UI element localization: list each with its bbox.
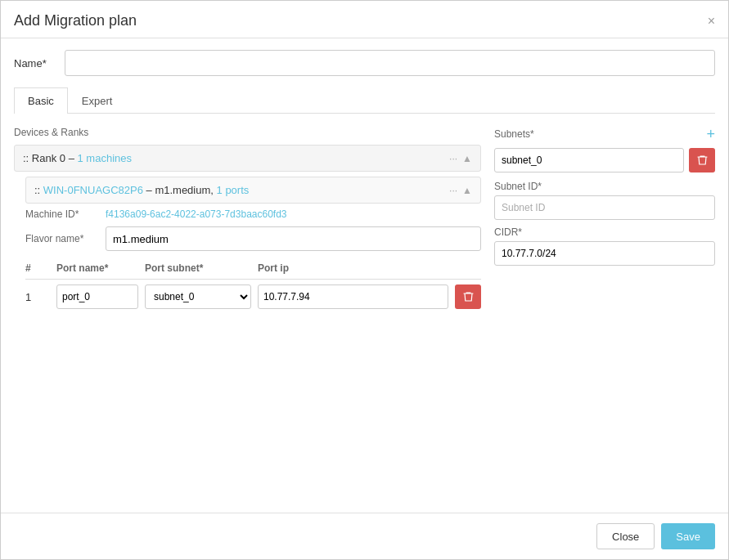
name-label: Name* [14, 57, 55, 69]
cidr-input[interactable] [494, 241, 715, 266]
close-icon[interactable]: × [708, 15, 715, 28]
modal-header: Add Migration plan × [1, 1, 728, 38]
modal-body: Name* Basic Expert Devices & Ranks :: Ra… [1, 38, 728, 513]
rank-dots-icon[interactable]: ··· [449, 153, 457, 164]
machine-id-row: Machine ID* f4136a09-6ac2-4022-a073-7d3b… [25, 208, 481, 220]
cidr-row: CIDR* [494, 226, 715, 266]
name-input[interactable] [65, 50, 715, 76]
machine-controls: ··· ▲ [449, 185, 472, 196]
port-name-input[interactable] [56, 284, 138, 309]
subnet-id-row: Subnet ID* [494, 181, 715, 220]
flavor-row: Flavor name* [25, 226, 481, 251]
machine-chevron-icon[interactable]: ▲ [462, 185, 472, 196]
subnet-item-row [494, 148, 715, 172]
modal-title: Add Migration plan [14, 12, 137, 29]
flavor-input[interactable] [106, 226, 481, 251]
rank-label: :: Rank 0 – 1 machines [23, 152, 132, 164]
save-button[interactable]: Save [661, 523, 715, 549]
subnet-name-input[interactable] [494, 148, 684, 172]
devices-ranks-label: Devices & Ranks [14, 127, 481, 138]
tab-expert[interactable]: Expert [68, 87, 127, 114]
col-header-num: # [25, 262, 50, 274]
port-row: 1 subnet_0 [25, 280, 481, 314]
subnet-delete-button[interactable] [689, 148, 715, 172]
cidr-label: CIDR* [494, 226, 715, 238]
ports-table: # Port name* Port subnet* Port ip 1 subn… [25, 258, 481, 314]
flavor-label: Flavor name* [25, 233, 99, 244]
col-header-ip: Port ip [258, 262, 442, 274]
rank-chevron-icon[interactable]: ▲ [462, 153, 472, 164]
left-panel: Devices & Ranks :: Rank 0 – 1 machines ·… [14, 127, 481, 314]
machine-id-value: f4136a09-6ac2-4022-a073-7d3baac60fd3 [106, 208, 287, 220]
port-ip-input[interactable] [258, 284, 448, 309]
tabs-container: Basic Expert [14, 87, 715, 114]
machine-id-label: Machine ID* [25, 208, 99, 220]
tab-basic[interactable]: Basic [14, 87, 68, 114]
rank-controls: ··· ▲ [449, 153, 472, 164]
subnet-id-input[interactable] [494, 195, 715, 220]
machine-row: :: WIN-0FNUAGC82P6 – m1.medium, 1 ports … [25, 177, 481, 204]
subnets-label: Subnets* [494, 128, 534, 140]
col-header-subnet: Port subnet* [145, 262, 251, 274]
modal-footer: Close Save [1, 513, 728, 559]
port-num: 1 [25, 291, 50, 303]
machine-dots-icon[interactable]: ··· [449, 185, 457, 196]
ports-header: # Port name* Port subnet* Port ip [25, 258, 481, 280]
machine-label: :: WIN-0FNUAGC82P6 – m1.medium, 1 ports [34, 184, 249, 196]
subnet-trash-icon [697, 155, 708, 166]
right-panel: Subnets* + Subnet ID* [494, 127, 715, 314]
trash-icon [463, 291, 474, 302]
name-row: Name* [14, 50, 715, 76]
port-delete-button[interactable] [455, 284, 481, 309]
rank-row: :: Rank 0 – 1 machines ··· ▲ [14, 145, 481, 172]
port-subnet-select[interactable]: subnet_0 [145, 284, 251, 309]
add-subnet-button[interactable]: + [706, 127, 715, 141]
subnet-id-label: Subnet ID* [494, 181, 715, 192]
subnets-header: Subnets* + [494, 127, 715, 141]
close-button[interactable]: Close [596, 523, 655, 549]
add-migration-modal: Add Migration plan × Name* Basic Expert … [0, 0, 729, 560]
content-area: Devices & Ranks :: Rank 0 – 1 machines ·… [14, 127, 715, 314]
col-header-port-name: Port name* [56, 262, 138, 274]
